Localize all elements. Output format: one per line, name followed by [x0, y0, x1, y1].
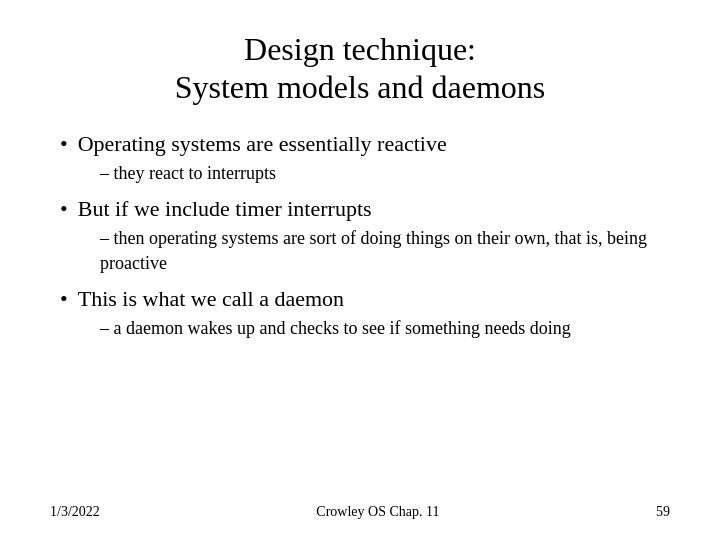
footer-page: 59 — [656, 504, 670, 520]
bullet-text-3: This is what we call a daemon — [78, 286, 344, 312]
bullet-sub-1-1: – they react to interrupts — [60, 161, 670, 186]
footer-credits: Crowley OS Chap. 11 — [316, 504, 439, 520]
bullet-text-2: But if we include timer interrupts — [78, 196, 372, 222]
title-line2: System models and daemons — [50, 68, 670, 106]
bullet-sub-text-3-1: – a daemon wakes up and checks to see if… — [100, 318, 571, 338]
bullet-text-1: Operating systems are essentially reacti… — [78, 131, 447, 157]
footer-date: 1/3/2022 — [50, 504, 100, 520]
title-line1: Design technique: — [50, 30, 670, 68]
bullet-main-3: • This is what we call a daemon — [60, 286, 670, 312]
bullet-sub-text-2-1: – then operating systems are sort of doi… — [100, 228, 647, 273]
bullet-sub-3-1: – a daemon wakes up and checks to see if… — [60, 316, 670, 341]
content-area: • Operating systems are essentially reac… — [50, 131, 670, 494]
footer: 1/3/2022 Crowley OS Chap. 11 59 — [50, 494, 670, 520]
bullet-sub-2-1: – then operating systems are sort of doi… — [60, 226, 670, 276]
bullet-item-1: • Operating systems are essentially reac… — [60, 131, 670, 186]
bullet-main-2: • But if we include timer interrupts — [60, 196, 670, 222]
bullet-main-1: • Operating systems are essentially reac… — [60, 131, 670, 157]
bullet-item-3: • This is what we call a daemon – a daem… — [60, 286, 670, 341]
bullet-sub-text-1-1: – they react to interrupts — [100, 163, 276, 183]
bullet-dot-2: • — [60, 196, 68, 222]
bullet-dot-3: • — [60, 286, 68, 312]
bullet-item-2: • But if we include timer interrupts – t… — [60, 196, 670, 276]
slide: Design technique: System models and daem… — [0, 0, 720, 540]
bullet-dot-1: • — [60, 131, 68, 157]
title-section: Design technique: System models and daem… — [50, 30, 670, 107]
